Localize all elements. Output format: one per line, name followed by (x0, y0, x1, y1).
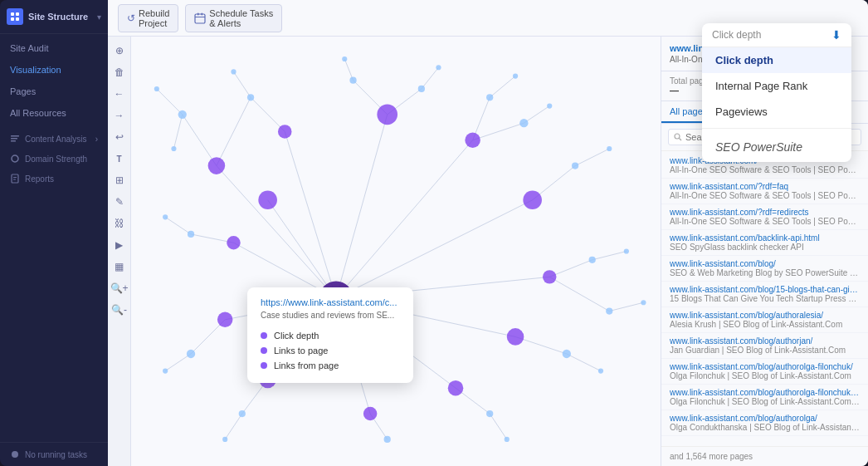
list-item[interactable]: www.link-assistant.com/blog/ SEO & Web M… (661, 256, 868, 282)
svg-point-97 (448, 380, 464, 396)
tooltip-click-depth-label: Click depth (274, 331, 319, 341)
list-item[interactable]: www.link-assistant.com/blog/authorolga-f… (661, 385, 868, 410)
tool-table[interactable]: ▦ (110, 258, 129, 276)
reports-label: Reports (25, 174, 54, 184)
dropdown-pageviews-label: Pageviews (715, 105, 768, 118)
svg-point-67 (589, 257, 596, 263)
sidebar-item-all-resources[interactable]: All Resources (0, 102, 108, 124)
svg-line-57 (225, 414, 242, 439)
visualization-canvas: https://www.link-assistant.com/c... Case… (131, 37, 661, 466)
svg-point-86 (505, 437, 510, 442)
svg-line-17 (285, 131, 336, 298)
tooltip-item-links-from[interactable]: Links from page (261, 358, 400, 373)
sidebar-section-content[interactable]: Content Analysis › (0, 127, 108, 147)
tool-grid[interactable]: ⊞ (110, 171, 129, 189)
svg-point-74 (188, 231, 194, 238)
svg-line-53 (592, 252, 627, 260)
list-item[interactable]: www.link-assistant.com/blog/15-blogs-tha… (661, 282, 868, 307)
status-text: No running tasks (25, 450, 87, 459)
app-container: Site Structure ▾ Site Audit Visualizatio… (0, 0, 868, 466)
sidebar-section-domain[interactable]: Domain Strength (0, 147, 108, 167)
tool-zoom-out[interactable]: 🔍- (110, 301, 129, 319)
list-item[interactable]: www.link-assistant.com/?rdf=faq All-In-O… (661, 179, 868, 204)
list-item[interactable]: www.link-assistant.com/blog/authorolga-f… (661, 359, 868, 385)
tool-trash[interactable]: 🗑 (110, 63, 129, 81)
tool-plus[interactable]: ⊕ (110, 42, 129, 60)
svg-point-88 (163, 368, 168, 373)
page-desc: Olga Filonchuk | SEO Blog of Link-Assist… (670, 371, 860, 380)
svg-point-89 (163, 214, 168, 219)
tool-zoom-in[interactable]: 🔍+ (110, 279, 129, 297)
domain-strength-label: Domain Strength (25, 155, 87, 164)
sidebar-item-visualization[interactable]: Visualization (0, 59, 108, 81)
dropdown-brand: SEO PowerSuite (702, 132, 851, 162)
svg-point-11 (12, 451, 18, 458)
svg-point-61 (247, 94, 254, 101)
svg-point-62 (349, 77, 356, 84)
svg-point-80 (513, 73, 518, 78)
tooltip-item-links-to[interactable]: Links to page (261, 343, 400, 358)
pages-label: Pages (10, 86, 36, 96)
page-desc: Alesia Krush | SEO Blog of Link-Assistan… (670, 320, 860, 329)
tool-undo[interactable]: ↩ (110, 128, 129, 146)
schedule-tasks-button[interactable]: Schedule Tasks& Alerts (185, 4, 282, 32)
rebuild-project-button[interactable]: ↺ RebuildProject (118, 4, 178, 32)
svg-point-72 (239, 410, 246, 417)
content-analysis-chevron: › (95, 135, 98, 144)
tooltip-url: https://www.link-assistant.com/c... (261, 297, 400, 307)
list-item[interactable]: www.link-assistant.com/backlink-api.html… (661, 230, 868, 256)
svg-rect-15 (195, 17, 205, 17)
svg-point-83 (624, 248, 629, 253)
tooltip-item-click-depth[interactable]: Click depth (261, 328, 400, 343)
svg-rect-3 (16, 17, 19, 21)
tool-text[interactable]: T (110, 150, 129, 168)
list-item[interactable]: www.link-assistant.com/blog/authorolga/ … (661, 410, 868, 436)
list-item[interactable]: www.link-assistant.com/blog/authorjan/ J… (661, 333, 868, 359)
svg-point-94 (523, 190, 542, 209)
site-structure-icon (7, 8, 23, 25)
svg-point-91 (278, 125, 291, 138)
tool-pencil[interactable]: ✎ (110, 193, 129, 211)
download-icon[interactable]: ⬇ (831, 28, 841, 42)
content-analysis-label: Content Analysis (25, 135, 87, 144)
svg-line-51 (524, 106, 549, 124)
svg-rect-4 (11, 135, 19, 137)
tooltip-links-to-label: Links to page (274, 346, 328, 356)
rebuild-icon: ↺ (127, 12, 135, 24)
svg-rect-13 (197, 12, 199, 15)
svg-line-56 (490, 414, 507, 439)
sidebar-section-reports[interactable]: Reports (0, 167, 108, 187)
sidebar-item-site-audit[interactable]: Site Audit (0, 37, 108, 59)
svg-line-19 (336, 140, 473, 298)
svg-line-105 (680, 139, 682, 141)
svg-line-28 (268, 200, 336, 298)
site-audit-label: Site Audit (10, 43, 48, 53)
dropdown-item-pageviews[interactable]: Pageviews (702, 99, 851, 125)
svg-point-60 (178, 110, 187, 119)
page-url: www.link-assistant.com/blog/authorolga-f… (670, 388, 860, 397)
svg-point-69 (563, 350, 571, 358)
sidebar: Site Structure ▾ Site Audit Visualizatio… (0, 0, 108, 466)
svg-line-18 (336, 115, 388, 298)
tool-play[interactable]: ▶ (110, 236, 129, 254)
page-desc: Olga Filonchuk | SEO Blog of Link-Assist… (670, 397, 860, 406)
tool-arrow-right[interactable]: → (110, 106, 129, 125)
svg-line-47 (233, 71, 251, 97)
pages-list: www.link-assistant.com/ All-In-One SEO S… (661, 151, 868, 446)
tool-link[interactable]: ⛓ (110, 214, 129, 233)
page-url: www.link-assistant.com/blog/ (670, 259, 860, 268)
search-icon (674, 133, 682, 141)
list-item[interactable]: www.link-assistant.com/?rdf=redirects Al… (661, 204, 868, 230)
page-url: www.link-assistant.com/?rdf=faq (670, 182, 860, 191)
dropdown-item-internal-page-rank[interactable]: Internal Page Rank (702, 73, 851, 99)
dropdown-divider (702, 128, 851, 129)
svg-line-20 (336, 200, 533, 298)
tool-arrow-left[interactable]: ← (110, 85, 129, 103)
page-url: www.link-assistant.com/blog/authorolga-f… (670, 362, 860, 371)
list-item[interactable]: www.link-assistant.com/blog/authoralesia… (661, 307, 868, 333)
page-desc: 15 Blogs That Can Give You Tech Startup … (670, 294, 860, 303)
domain-strength-icon (10, 154, 20, 164)
dropdown-item-click-depth[interactable]: Click depth (702, 47, 851, 73)
sidebar-item-pages[interactable]: Pages (0, 81, 108, 102)
sidebar-header[interactable]: Site Structure ▾ (0, 0, 108, 34)
